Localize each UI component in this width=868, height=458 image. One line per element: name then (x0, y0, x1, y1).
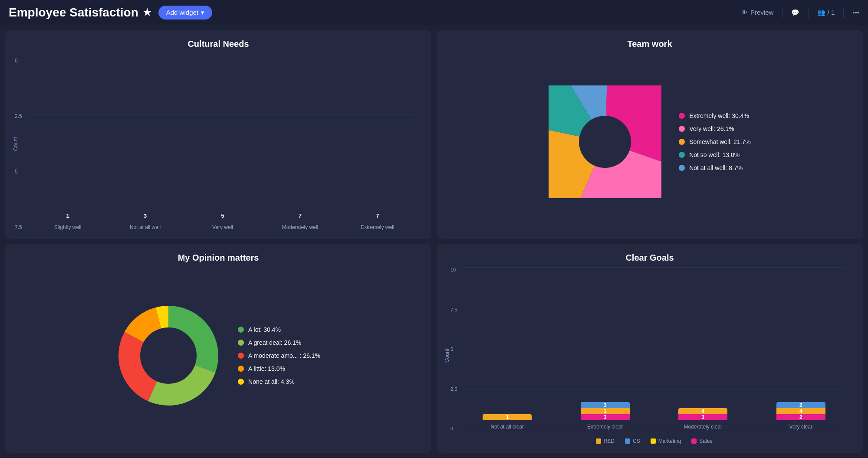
clear-goals-chart: 0 2.5 5 7.5 10 Count 1 (445, 267, 854, 444)
svg-point-5 (579, 116, 631, 168)
stacked-bar-rect3: 7 3 4 (678, 408, 727, 420)
team-work-title: Team work (445, 39, 854, 49)
my-opinion-chart: A lot: 30.4% A great deal: 26.1% A moder… (14, 267, 423, 444)
cultural-needs-title: Cultural Needs (14, 39, 423, 49)
stacked-bar-rect4: 8 2 4 2 (776, 402, 825, 420)
title-text: Employee Satisfaction (9, 6, 138, 20)
divider3 (843, 7, 844, 18)
stacked-bar-not-clear: 1 1 Not at all clear (463, 414, 552, 430)
comments-icon[interactable]: 💬 (791, 9, 799, 16)
team-work-widget: Team work Extremely well: 30.4% V (437, 30, 863, 239)
header-actions: 👁 Preview 💬 👥 / 1 ••• (741, 7, 859, 18)
legend-extremely-well: Extremely well: 30.4% (679, 112, 751, 119)
clear-goals-title: Clear Goals (445, 253, 854, 263)
team-work-chart: Extremely well: 30.4% Very well: 26.1% S… (445, 53, 854, 230)
pie-svg (549, 85, 661, 198)
y-axis-label: Count (13, 137, 19, 151)
legend-somewhat-well: Somewhat well: 21.7% (679, 138, 751, 145)
chevron-down-icon: ▾ (201, 9, 204, 16)
header: Employee Satisfaction ★ Add widget ▾ 👁 P… (0, 0, 868, 25)
clear-goals-y-axis: 0 2.5 5 7.5 10 (450, 267, 457, 431)
legend-very-well: Very well: 26.1% (679, 125, 751, 132)
stacked-bar-moderately-clear: 7 3 4 Moderately clear (658, 408, 748, 430)
cultural-needs-widget: Cultural Needs 7.5 5 2.5 0 Count (5, 30, 431, 239)
bar-very-well: 5 Very well (186, 213, 259, 230)
svg-point-11 (141, 328, 196, 383)
clear-goals-widget: Clear Goals 0 2.5 5 7.5 10 Count (437, 244, 863, 453)
legend-sales: Sales (691, 438, 712, 444)
my-opinion-title: My Opinion matters (14, 253, 423, 263)
bar-not-at-all-well: 3 Not at all well (108, 213, 181, 230)
more-options-icon[interactable]: ••• (852, 9, 859, 16)
bars-area: 1 Slightly well 3 Not at all well (31, 58, 414, 230)
divider2 (808, 7, 809, 18)
legend-not-so-well: Not so well: 13.0% (679, 151, 751, 158)
legend-rd: R&D (596, 438, 615, 444)
legend-not-at-all-well: Not at all well: 8.7% (679, 164, 751, 171)
eye-icon: 👁 (741, 9, 748, 16)
stacked-bar-very-clear: 8 2 4 2 Very clear (756, 402, 846, 430)
team-work-legend: Extremely well: 30.4% Very well: 26.1% S… (679, 112, 751, 171)
clear-goals-axis-label: Count (444, 349, 450, 363)
users-button[interactable]: 👥 / 1 (817, 9, 835, 16)
cultural-needs-chart: 7.5 5 2.5 0 Count 1 (14, 53, 423, 230)
legend-dot (679, 113, 685, 119)
bar-extremely-well: 7 Extremely well (341, 213, 414, 230)
stacked-bar-rect: 1 1 (483, 414, 532, 420)
my-opinion-legend: A lot: 30.4% A great deal: 26.1% A moder… (238, 326, 320, 385)
legend-little: A little: 13.0% (238, 365, 320, 372)
bar-slightly-well: 1 Slightly well (31, 213, 104, 230)
legend-a-lot: A lot: 30.4% (238, 326, 320, 333)
my-opinion-widget: My Opinion matters A lot: 30.4% A (5, 244, 431, 453)
stacked-bar-rect2: 7 3 1 3 (581, 402, 630, 420)
stacked-bars: 1 1 Not at all clear 7 3 1 3 Extr (463, 267, 845, 430)
legend-cs: CS (625, 438, 640, 444)
add-widget-button[interactable]: Add widget ▾ (158, 6, 212, 20)
bar-moderately-well: 7 Moderately well (263, 213, 336, 230)
legend-none: None at all: 4.3% (238, 378, 320, 385)
star-icon[interactable]: ★ (143, 7, 151, 18)
clear-goals-legend: R&D CS Marketing Sales (463, 438, 845, 444)
dashboard: Cultural Needs 7.5 5 2.5 0 Count (0, 25, 868, 458)
divider (782, 7, 783, 18)
stacked-bar-extremely-clear: 7 3 1 3 Extremely clear (561, 402, 650, 430)
preview-button[interactable]: 👁 Preview (741, 9, 773, 16)
legend-moderate: A moderate amo... : 26.1% (238, 352, 320, 359)
page-title: Employee Satisfaction ★ (9, 6, 151, 20)
donut-svg (116, 304, 220, 408)
legend-marketing: Marketing (651, 438, 681, 444)
legend-great-deal: A great deal: 26.1% (238, 339, 320, 346)
